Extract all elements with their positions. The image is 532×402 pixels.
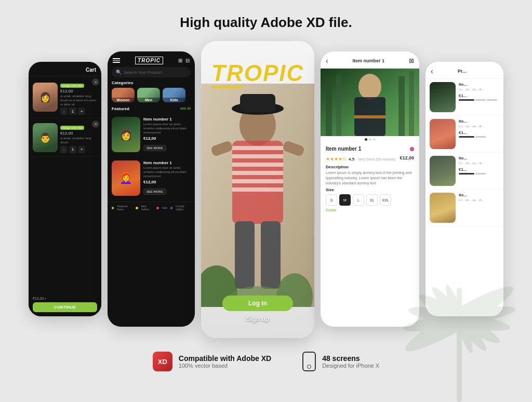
- cart-item-1-info: change color now. €12,00 st amet, onstet…: [60, 79, 97, 115]
- svg-rect-7: [232, 179, 283, 183]
- svg-rect-22: [326, 79, 332, 136]
- svg-rect-23: [336, 74, 341, 136]
- cart-item-1: 👩 change color now. €12,00 st amet, onst…: [29, 76, 101, 118]
- list-item-4-info: Ite... Lo... sit... sa... di...: [459, 193, 499, 223]
- size-row: S M L XL XXL: [326, 194, 414, 206]
- cart-total: €12,00 •: [33, 297, 97, 300]
- size-s[interactable]: S: [326, 194, 337, 206]
- browse-product-1[interactable]: 👩 Item number 1 Lorem ipsum door sit ame…: [108, 114, 195, 155]
- list-item-4[interactable]: Ite... Lo... sit... sa... di...: [425, 190, 503, 226]
- svg-rect-21: [354, 115, 385, 118]
- splash-title: TROPIC: [211, 62, 304, 85]
- detail-item-name: Item number 1: [326, 146, 361, 152]
- list-topbar: ‹ Pr...: [425, 62, 503, 79]
- detail-name-row: Item number 1: [326, 146, 414, 152]
- menu-icon[interactable]: ⊟: [185, 58, 190, 63]
- cat-men[interactable]: Men: [137, 88, 160, 102]
- browse-product-2[interactable]: 👩‍🦰 Item number 1 Lorem ipsum door sit a…: [108, 158, 195, 198]
- splash-underline: [211, 86, 243, 88]
- size-xl[interactable]: XL: [366, 194, 378, 206]
- login-button[interactable]: Log in: [222, 296, 293, 311]
- screens-sub: Designed for iPhone X: [322, 363, 379, 369]
- qty-minus-2[interactable]: -: [60, 146, 68, 153]
- prod-1-info: Item number 1 Lorem ipsum door sit amet,…: [143, 117, 191, 152]
- xd-icon: XD: [153, 352, 172, 371]
- page-title: High quality Adobe XD file.: [10, 15, 522, 31]
- prod-thumb-2: 👩‍🦰: [112, 160, 140, 196]
- continue-button[interactable]: CONTINUE: [33, 302, 97, 312]
- svg-rect-4: [232, 154, 283, 158]
- description-text: Lorem ipsum is simply dummy text of the …: [326, 170, 414, 185]
- qty-minus-1[interactable]: -: [60, 108, 68, 115]
- see-more-2[interactable]: SEE MORE: [143, 189, 166, 195]
- detail-body: Item number 1 ★★★★½ 4.5 Very Good (50 re…: [321, 143, 419, 216]
- browse-legend: Featured Items Best Sellers Sale Limited…: [108, 202, 195, 213]
- list-thumb-2: [430, 119, 456, 149]
- categories-row: Women Men Kids: [108, 88, 195, 102]
- cat-kids[interactable]: Kids: [163, 88, 185, 102]
- stars: ★★★★½: [326, 156, 347, 162]
- splash-content: TROPIC: [201, 41, 314, 88]
- see-all-link[interactable]: see all: [180, 106, 191, 111]
- search-icon: 🔍: [116, 70, 122, 75]
- screens-item: 48 screens Designed for iPhone X: [302, 352, 379, 371]
- list-item-1[interactable]: Ite... Lo... sit... sa... di... €1...: [425, 79, 503, 116]
- list-page-title: Pr...: [458, 69, 467, 74]
- qty-plus-1[interactable]: +: [78, 108, 85, 115]
- see-more-1[interactable]: SEE MORE: [143, 145, 166, 151]
- phone-detail: ‹ Item number 1 ⊠: [321, 51, 419, 327]
- detail-dots: [321, 138, 419, 141]
- qty-plus-2[interactable]: +: [78, 146, 85, 153]
- svg-rect-8: [232, 187, 283, 192]
- browse-icons: ⊞ ⊟: [178, 58, 190, 63]
- categories-label: Categories: [108, 81, 195, 85]
- search-placeholder: Search Your Product: [124, 70, 162, 75]
- svg-rect-10: [240, 94, 275, 112]
- remove-item-1[interactable]: ✕: [92, 78, 99, 86]
- browse-logo: TROPIC: [135, 57, 163, 64]
- header: High quality Adobe XD file.: [0, 0, 532, 39]
- remove-item-2[interactable]: ✕: [92, 120, 99, 128]
- list-thumb-4: [430, 193, 456, 223]
- svg-point-19: [358, 74, 381, 100]
- color-label: Color: [326, 208, 414, 212]
- signup-button[interactable]: Sign up: [246, 315, 269, 323]
- list-item-3[interactable]: Ite... Lo... sit... sa... di... €1...: [425, 153, 503, 190]
- bookmark-icon[interactable]: ⊠: [409, 57, 414, 64]
- list-item-2[interactable]: Ite... Lo... sit... sa... di... €1...: [425, 116, 503, 153]
- cart-thumb-1: 👩: [33, 83, 58, 112]
- legend-sale-dot: [156, 207, 158, 209]
- browse-topbar: TROPIC ⊞ ⊟: [108, 51, 195, 67]
- phone-list: ‹ Pr... Ite... Lo... sit... sa... di... …: [425, 62, 503, 316]
- size-l[interactable]: L: [353, 194, 364, 206]
- cat-women[interactable]: Women: [112, 88, 135, 102]
- list-item-2-info: Ite... Lo... sit... sa... di... €1...: [459, 119, 499, 149]
- detail-page-title: Item number 1: [353, 58, 385, 63]
- screens-title: 48 screens: [322, 354, 379, 363]
- rating-row: ★★★★½ 4.5 Very Good (50 reviews) €12,00: [326, 153, 414, 163]
- svg-rect-13: [235, 221, 255, 289]
- rating-label: Very Good (50 reviews): [358, 157, 396, 161]
- list-thumb-1: [430, 82, 456, 112]
- compat-sub: 100% vector based: [179, 363, 271, 369]
- grid-icon[interactable]: ⊞: [178, 58, 182, 63]
- prod-2-info: Item number 1 Lorem ipsum door sit amet,…: [143, 160, 191, 196]
- cart-thumb-2: 👨: [33, 123, 58, 152]
- size-label: Size: [326, 187, 414, 192]
- list-back-icon[interactable]: ‹: [431, 67, 433, 75]
- search-bar[interactable]: 🔍 Search Your Product: [112, 67, 191, 77]
- size-m[interactable]: M: [339, 194, 351, 206]
- size-xxl[interactable]: XXL: [380, 194, 391, 206]
- cart-header: Cart: [29, 62, 101, 76]
- back-arrow-icon[interactable]: ‹: [326, 57, 328, 65]
- cart-item-2-info: change color now. €12,00 st amet, onstet…: [60, 122, 97, 153]
- legend-bestsellers-dot: [136, 207, 138, 209]
- detail-topbar: ‹ Item number 1 ⊠: [321, 51, 419, 69]
- featured-header: Featured see all: [108, 106, 195, 111]
- hamburger-icon[interactable]: [113, 58, 120, 63]
- phone-splash: TROPIC Log in Sign up: [201, 41, 314, 338]
- qty-num-1: 1: [69, 108, 76, 115]
- detail-product-image: [321, 69, 419, 136]
- rating-value: 4.5: [349, 157, 354, 162]
- cart-footer: €12,00 • CONTINUE: [29, 292, 101, 316]
